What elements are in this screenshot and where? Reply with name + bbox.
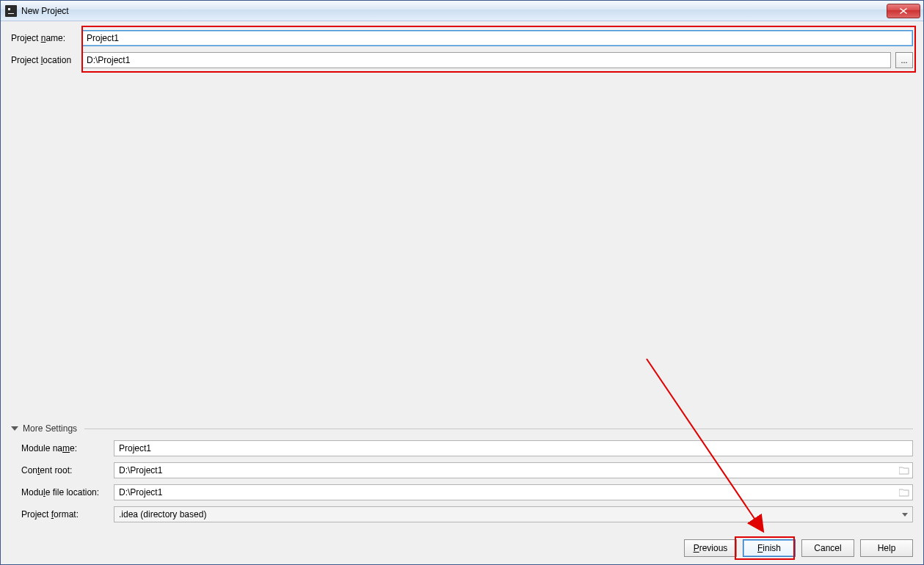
client-area: Project name: Project location ... More … [1,21,923,564]
project-format-row: Project format: .idea (directory based) [11,506,913,523]
project-format-value: .idea (directory based) [119,509,206,520]
project-name-input[interactable] [81,30,913,46]
module-name-row: Module name: [11,440,913,457]
module-name-label: Module name: [11,443,114,453]
content-root-row: Content root: [11,462,913,479]
svg-rect-1 [8,8,10,10]
chevron-down-icon [902,513,908,517]
button-bar: Previous Finish Cancel Help [684,539,913,557]
content-root-label: Content root: [11,465,114,475]
more-settings-header[interactable]: More Settings [11,423,913,434]
module-file-location-row: Module file location: [11,484,913,501]
previous-button[interactable]: Previous [684,539,737,557]
project-name-label: Project name: [11,33,81,43]
project-format-select[interactable]: .idea (directory based) [114,506,913,522]
content-root-wrap [114,462,913,478]
content-root-input[interactable] [114,462,913,478]
more-settings-title: More Settings [23,423,77,434]
more-settings-divider [84,429,913,429]
close-button[interactable] [887,4,920,18]
app-icon [5,5,17,17]
module-name-wrap [114,440,913,456]
more-settings-section: More Settings Module name: Content root: [11,423,913,528]
cancel-button[interactable]: Cancel [801,539,854,557]
titlebar-left: New Project [5,5,69,17]
new-project-dialog: New Project Project name: Project locati… [0,0,924,565]
project-location-label: Project location [11,55,81,65]
module-file-location-input[interactable] [114,484,913,500]
project-name-row: Project name: [11,30,913,46]
help-button[interactable]: Help [860,539,913,557]
titlebar: New Project [1,1,923,21]
window-title: New Project [21,6,69,16]
finish-button[interactable]: Finish [743,539,796,557]
project-format-label: Project format: [11,509,114,520]
project-location-row: Project location ... [11,52,913,68]
module-name-input[interactable] [114,440,913,456]
svg-rect-0 [7,7,15,15]
module-file-location-wrap [114,484,913,500]
svg-rect-2 [8,13,14,14]
chevron-down-icon [11,426,18,431]
project-location-input[interactable] [81,52,891,68]
module-file-location-label: Module file location: [11,487,114,497]
browse-location-button[interactable]: ... [895,52,913,68]
